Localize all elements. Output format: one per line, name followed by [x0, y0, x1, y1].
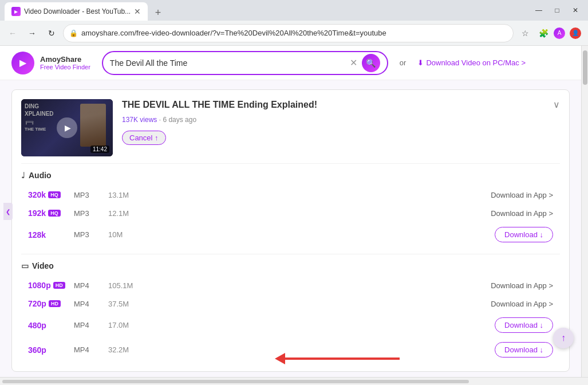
video-row-1080p: 1080p HD MP4 105.1M Download in App >	[21, 276, 560, 294]
clear-search-icon[interactable]: ✕	[350, 57, 357, 68]
video-row-720p: 720p HD MP4 37.5M Download in App >	[21, 294, 560, 313]
video-thumbnail: DINGXPLAINED╔═╗THE TIME 11:42	[21, 99, 113, 156]
format-mp4-720: MP4	[74, 300, 108, 308]
download-app-link-1080p[interactable]: Download in App >	[491, 281, 553, 290]
quality-360p: 360p	[28, 345, 74, 355]
format-mp3-192: MP3	[74, 209, 108, 218]
horizontal-scroll-thumb[interactable]	[2, 380, 469, 383]
browser-extensions: ☆ 🧩 A 👤	[517, 25, 583, 41]
video-info-row: DINGXPLAINED╔═╗THE TIME 11:42 THE DEVIL …	[21, 99, 560, 156]
or-separator: or	[400, 58, 407, 67]
play-button-overlay[interactable]	[57, 117, 77, 138]
hd-badge-720: HD	[49, 300, 61, 307]
search-button[interactable]: 🔍	[362, 54, 380, 72]
side-panel-toggle[interactable]: ❮	[3, 203, 13, 220]
bookmark-button[interactable]: ☆	[517, 25, 533, 41]
collapse-button[interactable]: ∨	[553, 99, 560, 110]
video-section-label: ▭ Video	[21, 261, 560, 270]
brand-subtitle: Free Video Finder	[40, 64, 90, 70]
scrollbar[interactable]	[581, 46, 588, 377]
tab-favicon-icon	[11, 7, 21, 16]
red-arrow-annotation	[275, 353, 554, 364]
lock-icon: 🔒	[69, 29, 78, 37]
user-avatar-icon[interactable]: 👤	[567, 25, 583, 41]
quality-320k: 320k HQ	[28, 190, 74, 199]
extensions-button[interactable]: 🧩	[535, 25, 551, 41]
filesize-121m: 12.1M	[108, 209, 154, 218]
scroll-thumb[interactable]	[583, 50, 587, 85]
results-area: ❮ DINGXPLAINED╔═╗THE TIME 11:42 THE DEVI…	[0, 80, 581, 377]
music-icon: ♩	[21, 171, 25, 180]
cancel-button[interactable]: Cancel ↑	[122, 131, 166, 145]
format-mp3-128: MP3	[74, 230, 108, 239]
download-app-link-320k[interactable]: Download in App >	[491, 191, 553, 199]
format-mp4-1080: MP4	[74, 281, 108, 290]
logo-area: ▶ AmoyShare Free Video Finder	[11, 52, 90, 74]
back-button[interactable]: ←	[5, 25, 21, 41]
thumbnail-person-silhouette	[80, 104, 106, 147]
format-mp4-360: MP4	[74, 345, 108, 354]
download-icon: ⬇	[417, 58, 424, 67]
new-tab-button[interactable]: +	[150, 5, 166, 21]
main-content: ▶ AmoyShare Free Video Finder ✕ 🔍	[0, 46, 581, 377]
site-header: ▶ AmoyShare Free Video Finder ✕ 🔍	[0, 46, 581, 80]
nav-bar: ← → ↻ 🔒 amoyshare.com/free-video-downloa…	[0, 21, 588, 46]
minimize-button[interactable]: —	[531, 2, 547, 18]
forward-button[interactable]: →	[24, 25, 40, 41]
amoy-extension-icon[interactable]: A	[554, 28, 565, 39]
address-bar[interactable]: 🔒 amoyshare.com/free-video-downloader/?v…	[63, 24, 514, 42]
download-pc-label: Download Video on PC/Mac >	[426, 58, 526, 67]
audio-section-label: ♩ Audio	[21, 171, 560, 180]
tab-bar: Video Downloader - Best YouTub... ✕ +	[5, 0, 166, 21]
arrow-line	[285, 358, 400, 360]
audio-row-128k: 128k MP3 10M Download ↓	[21, 222, 560, 247]
audio-label: Audio	[29, 171, 52, 180]
scroll-up-icon: ↑	[561, 333, 566, 343]
search-container: ✕ 🔍	[102, 51, 388, 75]
download-pc-link[interactable]: ⬇ Download Video on PC/Mac >	[417, 58, 526, 67]
hd-badge-1080: HD	[53, 282, 65, 289]
window-controls: — □ ✕	[531, 2, 583, 18]
browser-frame: Video Downloader - Best YouTub... ✕ + — …	[0, 0, 588, 385]
video-icon: ▭	[21, 261, 29, 270]
address-text: amoyshare.com/free-video-downloader/?v=T…	[81, 29, 507, 37]
download-btn-128k[interactable]: Download ↓	[495, 227, 553, 242]
close-button[interactable]: ✕	[567, 2, 583, 18]
download-button-128k[interactable]: Download ↓	[495, 227, 553, 242]
scroll-to-top-button[interactable]: ↑	[553, 328, 574, 348]
download-app-link-720p[interactable]: Download in App >	[491, 300, 553, 308]
filesize-1051m: 105.1M	[108, 281, 154, 290]
video-download-section: ▭ Video 1080p HD MP4 105.1M Download in …	[21, 254, 560, 362]
play-icon: ▶	[19, 57, 26, 68]
logo-icon: ▶	[11, 52, 34, 74]
arrow-head-icon	[275, 353, 285, 364]
quality-192k: 192k HQ	[28, 209, 74, 218]
search-input[interactable]	[110, 58, 345, 68]
video-row-480p: 480p MP4 17.0M Download ↓	[21, 313, 560, 337]
hq-badge-192: HQ	[48, 210, 61, 217]
download-btn-480p[interactable]: Download ↓	[495, 317, 553, 333]
audio-download-section: ♩ Audio 320k HQ MP3 13.1M Download in Ap…	[21, 163, 560, 247]
video-result-card: DINGXPLAINED╔═╗THE TIME 11:42 THE DEVIL …	[11, 89, 570, 372]
audio-row-192k: 192k HQ MP3 12.1M Download in App >	[21, 204, 560, 222]
maximize-button[interactable]: □	[549, 2, 565, 18]
filesize-10m: 10M	[108, 230, 154, 239]
view-count: 137K views	[122, 116, 157, 124]
page-content: ▶ AmoyShare Free Video Finder ✕ 🔍	[0, 46, 588, 377]
active-tab[interactable]: Video Downloader - Best YouTub... ✕	[5, 2, 148, 21]
quality-1080p: 1080p HD	[28, 281, 74, 290]
video-title: THE DEVIL ALL THE TIME Ending Explained!	[122, 99, 544, 111]
download-app-link-192k[interactable]: Download in App >	[491, 209, 553, 218]
tab-close-button[interactable]: ✕	[134, 7, 141, 16]
filesize-131m: 13.1M	[108, 191, 154, 199]
video-label: Video	[32, 261, 54, 270]
thumbnail-text: DINGXPLAINED╔═╗THE TIME	[25, 103, 54, 133]
filesize-322m: 32.2M	[108, 345, 154, 354]
tab-title: Video Downloader - Best YouTub...	[24, 7, 131, 15]
video-duration: 11:42	[90, 146, 109, 153]
quality-720p: 720p HD	[28, 299, 74, 308]
horizontal-scrollbar[interactable]	[0, 377, 588, 385]
refresh-button[interactable]: ↻	[44, 25, 60, 41]
download-button-480p[interactable]: Download ↓	[495, 317, 553, 333]
video-stats: 137K views · 6 days ago	[122, 116, 544, 124]
